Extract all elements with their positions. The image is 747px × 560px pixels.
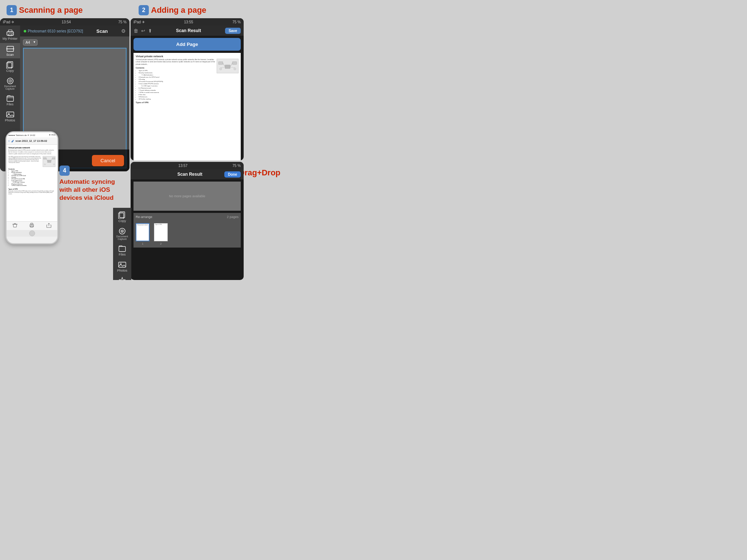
svg-line-17 (223, 63, 225, 67)
svg-point-3 (12, 33, 13, 34)
add-page-button[interactable]: Add Page (133, 38, 241, 51)
bottom-sidebar-copy[interactable]: Copy (113, 209, 131, 225)
connection-status-dot (24, 30, 26, 32)
iphone-back-button[interactable]: ‹ (8, 139, 9, 143)
svg-rect-14 (218, 62, 223, 65)
svg-rect-40 (119, 246, 125, 252)
ipad3-status-center: 13:57 (178, 164, 187, 168)
scan-result-toolbar: 🗑 ↩ ⬆ Scan Result Save (131, 26, 244, 36)
document-capture-icon (5, 77, 15, 85)
section2-title: Adding a page (151, 5, 206, 15)
iphone-contents-list: Types of VPN Security mechanisms 7.1 Aut… (8, 170, 55, 187)
svg-rect-11 (7, 96, 13, 101)
section1-title: Scanning a page (19, 5, 83, 15)
bottom-photos-label: Photos (117, 269, 127, 272)
iphone-types-label: Types of VPN (8, 188, 55, 190)
iphone-home-area (7, 230, 57, 237)
section4-badge: 4 (59, 166, 70, 176)
svg-rect-16 (225, 65, 230, 69)
rearrange-pages-bar: Re-arrange 2 pages (133, 213, 241, 221)
sidebar-item-scan[interactable]: Scan (0, 43, 20, 58)
ipad2-status-right: 75 % (232, 20, 241, 24)
printer-name: Photosmart 6510 series [ECD792] (24, 29, 83, 33)
ipad1-status-center: 13:54 (62, 20, 71, 24)
ipad1-status-bar: iPad ✈ 13:54 75 % (0, 18, 129, 26)
no-more-pages-text: No more pages available (169, 194, 205, 198)
doc-contents-title: Contents (136, 67, 215, 69)
save-button[interactable]: Save (225, 28, 241, 34)
iphone-bottom-toolbar (7, 221, 57, 230)
iphone-pencil-icon (11, 140, 14, 143)
iphone-diagram (43, 156, 55, 167)
sidebar-item-myprinter[interactable]: My Printer (0, 27, 20, 42)
svg-rect-25 (47, 160, 51, 163)
bottom-sidebar-files[interactable]: Files (113, 243, 131, 258)
iphone-nav-bar: ‹ scan 2013_12_17 13-56-02 (7, 137, 57, 145)
svg-point-10 (9, 81, 11, 82)
page-thumb-1[interactable]: Virtual private network 1 (136, 223, 150, 245)
sidebar-myprinter-label: My Printer (3, 37, 18, 40)
iphone-print-button[interactable] (29, 223, 34, 229)
page-thumb-2[interactable]: Types of VPN... 2 (154, 223, 168, 245)
sidebar-item-docap[interactable]: Document Capture (0, 75, 20, 92)
ipad3-status-bar: 13:57 75 % (131, 162, 244, 169)
bottom-docap-label: Document Capture (113, 235, 131, 240)
delete-icon-button[interactable]: 🗑 (133, 28, 138, 34)
sidebar-photos-label: Photos (5, 118, 15, 122)
rearrange-title: Scan Result (155, 172, 224, 177)
photos-icon (5, 110, 15, 118)
section2-badge: 2 (139, 5, 149, 15)
svg-point-39 (122, 231, 123, 232)
bottom-sidebar-photos[interactable]: Photos (113, 259, 131, 274)
toolbar-left-icons: 🗑 ↩ ⬆ (133, 28, 152, 34)
scan-screen-title: Scan (96, 28, 108, 34)
doc-title: Virtual private network (136, 55, 239, 58)
ipad2-status-center: 13:55 (184, 20, 193, 24)
iphone-battery: ♥ 75% (49, 134, 55, 136)
bottom-docap-icon (117, 227, 127, 235)
page-count-label: 2 pages (227, 215, 239, 219)
settings-icon[interactable]: ⚙ (121, 28, 126, 34)
cancel-button[interactable]: Cancel (92, 155, 124, 166)
iphone-doc-title-text: Virtual private network (8, 147, 55, 149)
iphone-doc-body: A virtual private network (VPN) extends … (8, 149, 55, 155)
share-icon-button[interactable]: ⬆ (148, 28, 152, 34)
svg-line-21 (221, 67, 225, 68)
ipad2-status-bar: iPad ✈ 13:55 75 % (131, 18, 244, 26)
sidebar-item-copy[interactable]: Copy (0, 59, 20, 74)
copy-icon (5, 61, 15, 69)
svg-point-29 (53, 164, 55, 165)
svg-rect-41 (119, 262, 126, 267)
paper-size-dropdown[interactable]: A4 ▼ (23, 39, 38, 46)
iphone-home-button[interactable] (29, 230, 35, 236)
iphone-carrier: ●●●●● Telekom.de ✈ 14:02 (8, 134, 35, 136)
doc-contents-list: Types of VPN Security mechanisms 7.1 Aut… (136, 70, 215, 100)
page-2-number: 2 (160, 242, 162, 245)
svg-line-26 (46, 158, 47, 161)
sidebar-item-files[interactable]: Files (0, 93, 20, 108)
section1-badge: 1 (7, 5, 17, 15)
iphone-doc-content: Virtual private network A virtual privat… (7, 145, 57, 221)
page-1-number: 1 (142, 242, 143, 245)
ipad-rearrange-screen: 13:57 75 % Scan Result Done No more page… (131, 162, 244, 280)
iphone-types-text: Early data networks allowed VPN-style re… (8, 190, 55, 195)
bottom-sidebar-docap[interactable]: Document Capture (113, 225, 131, 242)
svg-rect-23 (43, 158, 46, 159)
iphone-share-button[interactable] (46, 223, 51, 229)
sidebar-copy-label: Copy (6, 69, 14, 73)
bottom-sidebar-guide[interactable]: Guide (113, 275, 131, 280)
ipad1-status-right: 75 % (118, 20, 127, 24)
svg-rect-12 (7, 112, 14, 117)
sidebar-item-photos[interactable]: Photos (0, 109, 20, 124)
done-button[interactable]: Done (224, 171, 241, 178)
bottom-files-icon (117, 245, 127, 253)
iphone-status-bar: ●●●●● Telekom.de ✈ 14:02 ♥ 75% (7, 132, 57, 137)
undo-icon-button[interactable]: ↩ (141, 28, 145, 34)
iphone-delete-button[interactable] (12, 223, 18, 229)
bottom-copy-label: Copy (118, 219, 126, 223)
page-thumb-1-img: Virtual private network (136, 223, 150, 241)
scan-top-bar: Photosmart 6510 series [ECD792] Scan ⚙ (20, 26, 129, 36)
svg-line-22 (230, 67, 235, 68)
bottom-files-label: Files (119, 253, 125, 256)
svg-rect-24 (52, 158, 55, 159)
